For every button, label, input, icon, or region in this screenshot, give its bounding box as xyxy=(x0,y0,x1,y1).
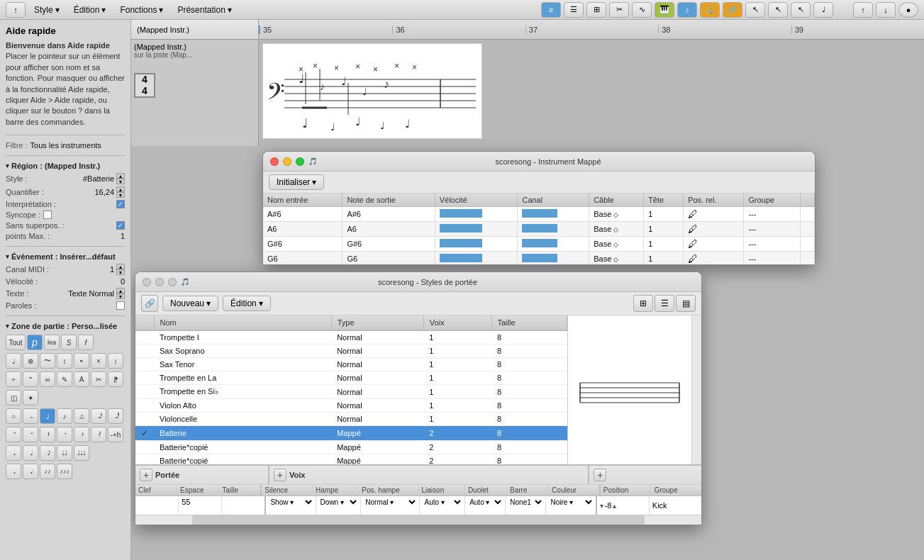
tool-rect[interactable]: ◫ xyxy=(6,390,21,405)
mapped-table-scroll[interactable]: Nom entrée Note de sortie Vélocité Canal… xyxy=(263,194,815,264)
note-16th[interactable]: ♫ xyxy=(74,408,89,424)
region-section-header[interactable]: ▾ Région : (Mapped Instr.) xyxy=(6,162,125,170)
styles-tl-red[interactable] xyxy=(143,278,151,286)
grace-2[interactable]: 𝅘𝅥 xyxy=(23,445,38,461)
toolbar-btn-down[interactable]: ↓ xyxy=(876,2,896,18)
tool-scissors[interactable]: ✂ xyxy=(91,371,106,387)
extra-4[interactable]: ♪♪♪ xyxy=(57,464,72,479)
grace-4[interactable]: ♩♩ xyxy=(57,445,72,461)
tool-pen[interactable]: ✎ xyxy=(57,371,72,387)
syncope-checkbox[interactable] xyxy=(43,211,52,219)
table-row[interactable]: G#6 G#6 Base ◇ 1 🖊 --- xyxy=(263,237,815,252)
table-row[interactable]: A6 A6 Base ◇ 1 🖊 --- xyxy=(263,222,815,237)
tool-s[interactable]: S xyxy=(61,335,77,350)
note-64th[interactable]: 𝅘𝅥𝅰 xyxy=(108,408,123,424)
view-btn-3[interactable]: ▤ xyxy=(676,295,696,312)
rest-32nd[interactable]: 𝅀 xyxy=(91,427,106,442)
view-btn-2[interactable]: ☰ xyxy=(655,295,674,312)
extra-3[interactable]: ♪♪ xyxy=(40,464,55,479)
couleur-select[interactable]: Noire ▾ xyxy=(547,498,594,507)
toolbar-btn-grid[interactable]: ⊞ xyxy=(586,2,606,18)
tool-curve[interactable]: 〜 xyxy=(40,353,55,369)
tool-arrow[interactable]: ↕ xyxy=(57,353,72,369)
grace-1[interactable]: 𝅘 xyxy=(6,445,21,461)
toolbar-btn-arc[interactable]: ∿ xyxy=(632,2,652,18)
styles-link-button[interactable]: 🔗 xyxy=(141,295,158,312)
espace-input[interactable] xyxy=(182,498,218,506)
tool-plus[interactable]: ⊕ xyxy=(23,353,38,369)
styles-tl-green[interactable] xyxy=(168,278,177,286)
toolbar-btn-lines[interactable]: ≡ xyxy=(541,2,561,18)
tool-lea[interactable]: lea xyxy=(44,335,60,350)
back-button[interactable]: ↑ xyxy=(6,2,26,18)
pos-plus-button[interactable]: + xyxy=(594,469,606,481)
initialiser-button[interactable]: Initialiser ▾ xyxy=(269,174,324,190)
taille-input[interactable] xyxy=(225,498,262,506)
style-stepper-up[interactable]: ▲ xyxy=(116,173,125,179)
list-item[interactable]: Trompette I Normal 1 8 xyxy=(135,330,567,345)
grace-3[interactable]: 𝅘𝅥𝅮 xyxy=(40,445,55,461)
tool-p[interactable]: p xyxy=(27,335,43,350)
table-row[interactable]: A#6 A#6 Base ◇ 1 🖊 --- xyxy=(263,207,815,222)
toolbar-btn-link[interactable]: 🔗 xyxy=(723,2,742,18)
position-down-btn[interactable]: ▾ xyxy=(600,502,603,510)
menu-presentation[interactable]: Présentation ▾ xyxy=(172,4,237,16)
tool-inf[interactable]: ∞ xyxy=(40,371,55,387)
canal-stepper-down[interactable]: ▼ xyxy=(116,269,125,275)
note-8th[interactable]: ♪ xyxy=(57,408,72,424)
menu-edition[interactable]: Édition ▾ xyxy=(68,4,112,16)
view-btn-1[interactable]: ⊞ xyxy=(633,295,653,312)
table-row[interactable]: G6 G6 Base ◇ 1 🖊 --- xyxy=(263,252,815,265)
tool-para[interactable]: ⁋ xyxy=(108,371,123,387)
list-item[interactable]: Sax Tenor Normal 1 8 xyxy=(135,358,567,371)
list-item[interactable]: Sax Soprano Normal 1 8 xyxy=(135,345,567,358)
silence-select[interactable]: Show ▾ xyxy=(267,498,313,507)
list-item[interactable]: Violoncelle Normal 1 8 xyxy=(135,413,567,426)
quantifier-stepper[interactable]: ▲ ▼ xyxy=(116,186,125,198)
text-stepper-down[interactable]: ▼ xyxy=(116,293,125,299)
styles-tl-yellow[interactable] xyxy=(155,278,164,286)
traffic-light-green[interactable] xyxy=(296,157,304,166)
note-32nd[interactable]: 𝅘𝅥𝅯 xyxy=(91,408,106,424)
position-up-btn[interactable]: ▴ xyxy=(613,502,616,510)
nouveau-button[interactable]: Nouveau ▾ xyxy=(162,296,218,311)
toolbar-btn-guitar[interactable]: ♪ xyxy=(677,2,697,18)
toolbar-btn-anchor[interactable]: ⚓ xyxy=(700,2,720,18)
barre-select[interactable]: None1 ▾ xyxy=(507,498,544,507)
paroles-checkbox[interactable] xyxy=(116,301,125,310)
tool-vline[interactable]: ↕ xyxy=(108,353,123,369)
toolbar-btn-list[interactable]: ☰ xyxy=(564,2,584,18)
list-item-selected[interactable]: ✓ Batterie Mappé 2 8 xyxy=(135,426,567,441)
tool-divide[interactable]: ÷ xyxy=(6,371,21,387)
rest-whole[interactable]: 𝄻 xyxy=(6,427,21,442)
list-item[interactable]: Trompette en Si♭ Normal 1 8 xyxy=(135,385,567,399)
quantifier-stepper-down[interactable]: ▼ xyxy=(116,192,125,198)
list-item[interactable]: Batterie*copié Mappé 2 8 xyxy=(135,441,567,454)
toolbar-btn-pointer[interactable]: ↖ xyxy=(745,2,765,18)
rest-quarter[interactable]: 𝄽 xyxy=(40,427,55,442)
tool-A[interactable]: A xyxy=(74,371,89,387)
hampe-select[interactable]: Down ▾ xyxy=(318,498,360,507)
tool-all[interactable]: Tout xyxy=(6,335,26,350)
note-half[interactable]: 𝅗 xyxy=(23,408,38,424)
toolbar-btn-cursor3[interactable]: ↖ xyxy=(791,2,811,18)
style-stepper[interactable]: ▲ ▼ xyxy=(116,173,125,184)
edition-button[interactable]: Édition ▾ xyxy=(223,296,271,311)
toolbar-btn-up[interactable]: ↑ xyxy=(853,2,873,18)
voix-plus-button[interactable]: + xyxy=(274,469,286,481)
rest-16th[interactable]: 𝄿 xyxy=(74,427,89,442)
note-quarter[interactable]: ♩ xyxy=(40,408,55,424)
tool-ctrl[interactable]: ⌃ xyxy=(23,371,38,387)
event-section-header[interactable]: ▾ Évènement : Insérer...défaut xyxy=(6,252,125,261)
note-whole[interactable]: ○ xyxy=(6,408,21,424)
tool-note1[interactable]: ♩ xyxy=(6,353,21,369)
text-stepper[interactable]: ▲ ▼ xyxy=(116,288,125,299)
traffic-light-yellow[interactable] xyxy=(283,157,291,166)
extra-2[interactable]: 𝅘𝅥 xyxy=(23,464,38,479)
canal-stepper-up[interactable]: ▲ xyxy=(116,264,125,269)
quantifier-stepper-up[interactable]: ▲ xyxy=(116,186,125,192)
interpretation-checkbox[interactable] xyxy=(116,200,125,208)
menu-style[interactable]: Style ▾ xyxy=(28,4,65,16)
toolbar-btn-person[interactable]: ● xyxy=(898,2,918,18)
styles-scrollbar[interactable] xyxy=(691,315,701,464)
